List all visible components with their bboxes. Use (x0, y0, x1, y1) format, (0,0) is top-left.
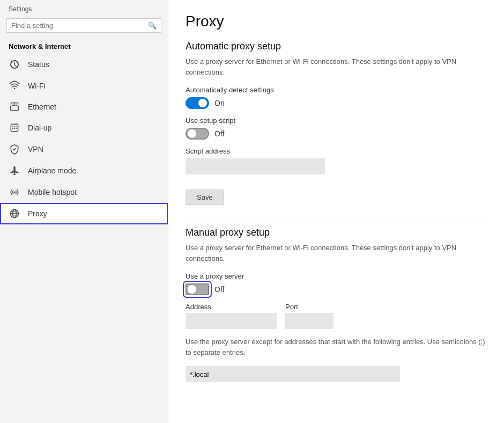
except-input[interactable] (186, 366, 400, 382)
save-button[interactable]: Save (186, 189, 224, 205)
svg-point-11 (12, 126, 13, 127)
proxy-toggle-knob (188, 285, 196, 294)
main-content: Proxy Automatic proxy setup Use a proxy … (168, 0, 504, 423)
sidebar-item-vpn-label: VPN (28, 145, 43, 154)
proxy-toggle[interactable] (186, 283, 209, 295)
auto-section-description: Use a proxy server for Ethernet or Wi-Fi… (186, 56, 487, 77)
script-toggle[interactable] (186, 128, 209, 140)
page-title: Proxy (186, 13, 487, 30)
section-divider (186, 216, 487, 216)
sidebar-item-ethernet-label: Ethernet (28, 103, 56, 111)
sidebar-item-dialup-label: Dial-up (28, 123, 51, 132)
script-toggle-label: Off (214, 129, 224, 138)
manual-section-title: Manual proxy setup (186, 227, 487, 238)
proxy-toggle-label: Off (214, 285, 224, 294)
detect-settings-label: Automatically detect settings (186, 86, 487, 94)
sidebar-item-hotspot[interactable]: Mobile hotspot (0, 181, 168, 203)
svg-point-0 (14, 88, 16, 90)
svg-point-12 (14, 126, 15, 127)
sidebar-section-label: Network & Internet (0, 38, 168, 54)
app-title: Settings (0, 0, 168, 16)
search-icon: 🔍 (148, 21, 157, 30)
detect-toggle[interactable] (186, 97, 209, 109)
address-label: Address (186, 303, 277, 311)
sidebar-item-status[interactable]: Status (0, 54, 168, 75)
proxy-icon (9, 208, 20, 219)
port-input[interactable] (285, 313, 333, 329)
sidebar-item-hotspot-label: Mobile hotspot (28, 188, 77, 196)
port-field: Port (285, 303, 333, 329)
sidebar-item-dialup[interactable]: Dial-up (0, 117, 168, 138)
wifi-icon (9, 81, 20, 91)
sidebar: Settings 🔍 Network & Internet Status Wi-… (0, 0, 168, 423)
svg-point-13 (16, 126, 17, 127)
sidebar-item-wifi[interactable]: Wi-Fi (0, 75, 168, 97)
script-address-input[interactable] (186, 158, 325, 174)
sidebar-item-vpn[interactable]: VPN (0, 138, 168, 160)
ethernet-icon (9, 102, 20, 112)
svg-rect-10 (11, 124, 18, 131)
sidebar-item-status-label: Status (28, 60, 49, 69)
script-address-label: Script address (186, 147, 487, 155)
svg-rect-1 (11, 106, 19, 110)
except-description: Use the proxy server except for addresse… (186, 337, 487, 358)
sidebar-item-ethernet[interactable]: Ethernet (0, 97, 168, 117)
hotspot-icon (9, 187, 20, 198)
sidebar-item-proxy-label: Proxy (28, 209, 47, 218)
address-field: Address (186, 303, 277, 329)
search-box[interactable]: 🔍 (6, 18, 161, 33)
sidebar-item-wifi-label: Wi-Fi (28, 82, 46, 90)
search-input[interactable] (11, 21, 148, 30)
address-port-row: Address Port (186, 303, 487, 329)
sidebar-item-proxy[interactable]: Proxy (0, 203, 168, 224)
dialup-icon (9, 122, 20, 133)
status-icon (9, 59, 20, 70)
script-address-row: Script address (186, 147, 487, 174)
sidebar-item-airplane[interactable]: Airplane mode (0, 160, 168, 181)
script-toggle-row: Off (186, 128, 487, 140)
proxy-toggle-row: Off (186, 283, 487, 295)
port-label: Port (285, 303, 333, 311)
detect-toggle-knob (198, 99, 207, 107)
sidebar-item-airplane-label: Airplane mode (28, 166, 76, 175)
script-label: Use setup script (186, 116, 487, 125)
address-input[interactable] (186, 313, 277, 329)
detect-toggle-row: On (186, 97, 487, 109)
svg-point-14 (12, 128, 13, 129)
svg-point-16 (16, 128, 17, 129)
script-toggle-knob (188, 129, 196, 138)
auto-section-title: Automatic proxy setup (186, 41, 487, 52)
manual-section-description: Use a proxy server for Ethernet or Wi-Fi… (186, 243, 487, 264)
vpn-icon (9, 144, 20, 155)
airplane-icon (9, 165, 20, 176)
svg-point-17 (14, 192, 16, 193)
svg-point-15 (14, 128, 15, 129)
use-proxy-label: Use a proxy server (186, 272, 487, 280)
detect-toggle-label: On (214, 99, 225, 107)
